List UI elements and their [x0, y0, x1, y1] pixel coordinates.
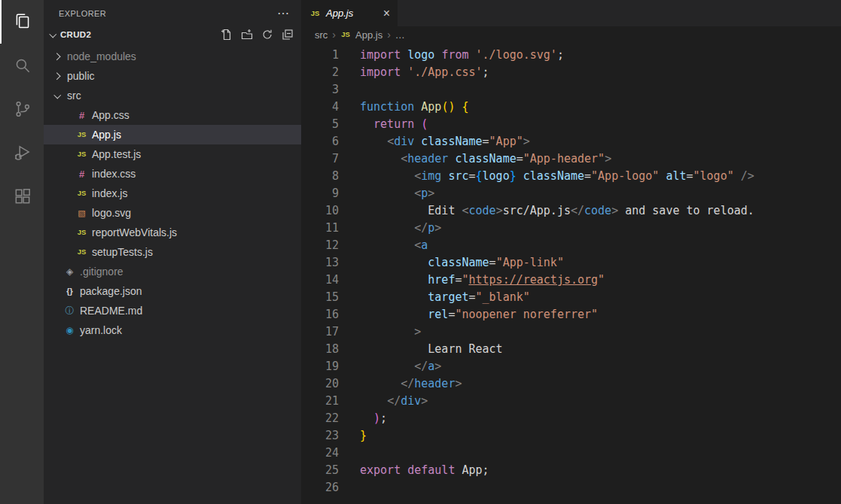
line-number[interactable]: 4	[301, 99, 360, 116]
line-number[interactable]: 22	[301, 410, 360, 427]
tree-item-index-css[interactable]: #index.css	[44, 164, 301, 184]
code-token	[360, 187, 414, 200]
extensions-icon	[13, 187, 32, 206]
line-number[interactable]: 6	[301, 133, 360, 150]
code-line-1[interactable]: 1import logo from './logo.svg';	[301, 47, 841, 64]
code-line-7[interactable]: 7 <header className="App-header">	[301, 150, 841, 168]
line-number[interactable]: 14	[301, 272, 360, 289]
breadcrumb-item-app-js[interactable]: App.js	[355, 29, 382, 41]
activity-bar-item-extensions[interactable]	[0, 175, 44, 218]
code-line-26[interactable]: 26	[301, 479, 841, 496]
tree-item-app-test-js[interactable]: JSApp.test.js	[44, 144, 301, 164]
code-line-22[interactable]: 22 );	[301, 410, 841, 427]
search-icon	[13, 56, 32, 75]
line-number[interactable]: 11	[301, 220, 360, 237]
code-token: src	[448, 169, 468, 183]
code-line-8[interactable]: 8 <img src={logo} className="App-logo" a…	[301, 168, 841, 185]
more-actions-icon[interactable]: ⋯	[277, 8, 289, 20]
code-line-14[interactable]: 14 href="https://reactjs.org"	[301, 272, 841, 289]
breadcrumb-item-more[interactable]: …	[395, 29, 405, 41]
activity-bar-item-search[interactable]	[0, 44, 44, 87]
refresh-icon[interactable]	[261, 29, 273, 41]
code-line-25[interactable]: 25export default App;	[301, 462, 841, 479]
code-line-6[interactable]: 6 <div className="App">	[301, 133, 841, 150]
code-line-15[interactable]: 15 target="_blank"	[301, 289, 841, 306]
line-number[interactable]: 2	[301, 64, 360, 81]
new-folder-icon[interactable]	[241, 29, 253, 41]
line-number[interactable]: 20	[301, 375, 360, 393]
line-number[interactable]: 25	[301, 462, 360, 479]
line-number[interactable]: 12	[301, 237, 360, 254]
tree-item-public[interactable]: public	[44, 66, 301, 86]
activity-bar-item-run-debug[interactable]	[0, 131, 44, 175]
code-token: import	[360, 65, 401, 79]
tree-item-yarn-lock[interactable]: ◉yarn.lock	[44, 320, 301, 340]
code-line-21[interactable]: 21 </div>	[301, 393, 841, 410]
line-number[interactable]: 9	[301, 185, 360, 202]
line-number[interactable]: 21	[301, 393, 360, 410]
code-line-12[interactable]: 12 <a	[301, 237, 841, 254]
code-token: function	[360, 100, 414, 114]
breadcrumb-item-src[interactable]: src	[315, 29, 328, 41]
collapse-all-icon[interactable]	[282, 29, 294, 41]
line-number[interactable]: 3	[301, 81, 360, 99]
line-number[interactable]: 24	[301, 445, 360, 462]
line-number[interactable]: 26	[301, 479, 360, 496]
code-line-5[interactable]: 5 return (	[301, 116, 841, 133]
css-file-icon: #	[75, 169, 88, 179]
code-area[interactable]: 1import logo from './logo.svg';2import '…	[301, 43, 841, 504]
tree-item-src[interactable]: src	[44, 86, 301, 105]
line-number[interactable]: 8	[301, 168, 360, 185]
code-line-17[interactable]: 17 >	[301, 323, 841, 341]
code-line-20[interactable]: 20 </header>	[301, 375, 841, 393]
project-section-header[interactable]: CRUD2	[44, 26, 301, 43]
code-line-18[interactable]: 18 Learn React	[301, 341, 841, 358]
tree-item-index-js[interactable]: JSindex.js	[44, 184, 301, 203]
code-line-16[interactable]: 16 rel="noopener noreferrer"	[301, 306, 841, 323]
tree-item-readme-md[interactable]: ⓘREADME.md	[44, 301, 301, 320]
code-token: "_blank"	[476, 290, 530, 304]
tree-item-node-modules[interactable]: node_modules	[44, 47, 301, 66]
code-line-2[interactable]: 2import './App.css';	[301, 64, 841, 81]
tree-item-package-json[interactable]: {}package.json	[44, 281, 301, 301]
line-number[interactable]: 19	[301, 358, 360, 375]
code-token: target	[428, 290, 468, 304]
code-line-10[interactable]: 10 Edit <code>src/App.js</code> and save…	[301, 202, 841, 220]
tree-item-app-js[interactable]: JSApp.js	[44, 125, 301, 144]
code-line-23[interactable]: 23}	[301, 427, 841, 445]
tree-item-logo-svg[interactable]: ▧logo.svg	[44, 203, 301, 223]
line-number[interactable]: 5	[301, 116, 360, 133]
tree-item--gitignore[interactable]: ◈.gitignore	[44, 262, 301, 281]
line-number[interactable]: 15	[301, 289, 360, 306]
activity-bar-item-source-control[interactable]	[0, 87, 44, 131]
code-line-content: </div>	[360, 393, 428, 410]
line-number[interactable]: 13	[301, 254, 360, 272]
line-number[interactable]: 18	[301, 341, 360, 358]
line-number[interactable]: 10	[301, 202, 360, 220]
code-token	[360, 377, 401, 390]
tree-item-reportwebvitals-js[interactable]: JSreportWebVitals.js	[44, 223, 301, 242]
line-number[interactable]: 16	[301, 306, 360, 323]
tree-item-app-css[interactable]: #App.css	[44, 105, 301, 125]
line-number[interactable]: 7	[301, 150, 360, 168]
code-line-9[interactable]: 9 <p>	[301, 185, 841, 202]
new-file-icon[interactable]	[221, 29, 233, 41]
tab-app-js[interactable]: JS App.js ×	[301, 0, 398, 26]
code-line-24[interactable]: 24	[301, 445, 841, 462]
close-icon[interactable]: ×	[383, 8, 390, 20]
code-token: >	[455, 377, 462, 390]
sidebar-header: EXPLORER ⋯	[44, 0, 301, 26]
line-number[interactable]: 17	[301, 323, 360, 341]
sidebar-title: EXPLORER	[59, 9, 106, 18]
code-token: </	[414, 221, 428, 235]
tree-item-setuptests-js[interactable]: JSsetupTests.js	[44, 242, 301, 262]
code-line-13[interactable]: 13 className="App-link"	[301, 254, 841, 272]
code-line-11[interactable]: 11 </p>	[301, 220, 841, 237]
line-number[interactable]: 23	[301, 427, 360, 445]
activity-bar-item-explorer[interactable]	[0, 0, 44, 44]
code-line-4[interactable]: 4function App() {	[301, 99, 841, 116]
code-token: className	[455, 152, 516, 165]
code-line-19[interactable]: 19 </a>	[301, 358, 841, 375]
code-line-3[interactable]: 3	[301, 81, 841, 99]
line-number[interactable]: 1	[301, 47, 360, 64]
